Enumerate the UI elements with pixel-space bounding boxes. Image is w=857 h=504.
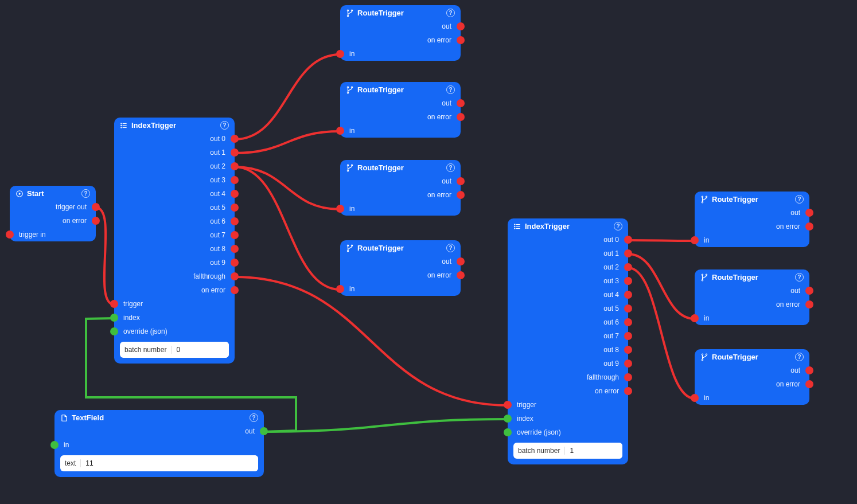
output-port[interactable] [231,217,239,225]
input-port[interactable] [336,285,344,293]
node-route7[interactable]: RouteTrigger?outon errorin [695,349,809,405]
input-port[interactable] [504,401,512,409]
output-port[interactable] [231,135,239,143]
output-port[interactable] [457,22,465,30]
output-port[interactable] [231,162,239,170]
output-port[interactable] [624,332,632,340]
output-port[interactable] [624,360,632,368]
output-port[interactable] [624,263,632,271]
help-icon[interactable]: ? [446,244,455,252]
help-icon[interactable]: ? [220,121,229,130]
help-icon[interactable]: ? [81,189,90,198]
output-port-row: out 5 [508,302,628,315]
output-port[interactable] [624,291,632,299]
input-port[interactable] [691,394,699,402]
output-port[interactable] [624,318,632,326]
node-route1[interactable]: RouteTrigger?outon errorin [340,5,461,61]
output-port[interactable] [457,177,465,185]
node-header[interactable]: RouteTrigger? [695,269,809,284]
output-port[interactable] [624,236,632,244]
output-port[interactable] [457,113,465,121]
node-route4[interactable]: RouteTrigger?outon errorin [340,240,461,296]
output-port[interactable] [624,387,632,395]
output-port[interactable] [231,149,239,157]
output-port[interactable] [457,36,465,44]
output-port[interactable] [231,245,239,253]
node-route5[interactable]: RouteTrigger?outon errorin [695,192,809,247]
output-port[interactable] [805,209,813,217]
node-header[interactable]: RouteTrigger? [340,160,461,174]
svg-point-25 [702,196,703,197]
output-port[interactable] [231,204,239,212]
node-route3[interactable]: RouteTrigger?outon errorin [340,160,461,216]
output-port[interactable] [805,380,813,388]
output-port[interactable] [805,366,813,374]
output-port[interactable] [92,217,100,225]
output-port[interactable] [231,272,239,280]
output-port-row: out 3 [508,274,628,288]
help-icon[interactable]: ? [446,163,455,172]
node-header[interactable]: TextField? [54,410,264,424]
node-index1[interactable]: IndexTrigger?out 0out 1out 2out 3out 4ou… [114,118,235,364]
output-port[interactable] [457,271,465,279]
output-port[interactable] [231,231,239,239]
help-icon[interactable]: ? [614,222,622,230]
output-port[interactable] [805,222,813,230]
input-port[interactable] [336,127,344,135]
input-port[interactable] [110,300,118,308]
output-port[interactable] [260,427,268,435]
node-route2[interactable]: RouteTrigger?outon errorin [340,82,461,138]
node-start[interactable]: Start?trigger outon errortrigger in [10,186,96,241]
help-icon[interactable]: ? [250,413,258,422]
output-port[interactable] [457,191,465,199]
input-port[interactable] [110,327,118,335]
output-port[interactable] [457,99,465,107]
node-header[interactable]: RouteTrigger? [340,240,461,255]
help-icon[interactable]: ? [795,353,804,361]
input-port[interactable] [6,230,14,239]
input-port[interactable] [504,428,512,436]
node-header[interactable]: IndexTrigger? [114,118,235,132]
help-icon[interactable]: ? [446,85,455,94]
input-port[interactable] [691,314,699,322]
node-header[interactable]: RouteTrigger? [340,82,461,96]
output-port[interactable] [624,373,632,381]
node-route6[interactable]: RouteTrigger?outon errorin [695,269,809,325]
input-port[interactable] [110,314,118,322]
output-port[interactable] [92,203,100,211]
input-port[interactable] [50,441,59,449]
node-textfield[interactable]: TextField?outintext [54,410,264,477]
output-port[interactable] [624,249,632,257]
node-header[interactable]: Start? [10,186,96,200]
input-port[interactable] [691,236,699,244]
help-icon[interactable]: ? [446,9,455,17]
node-header[interactable]: RouteTrigger? [695,192,809,206]
output-port[interactable] [624,277,632,285]
port-label: out 7 [210,231,225,239]
output-port[interactable] [624,346,632,354]
output-port-row: out [340,96,461,110]
output-port[interactable] [457,257,465,265]
input-port[interactable] [336,50,344,58]
input-port[interactable] [504,415,512,423]
output-port[interactable] [805,287,813,295]
port-label: out 3 [210,176,225,184]
port-label: out 2 [603,263,619,271]
help-icon[interactable]: ? [795,195,804,204]
node-canvas[interactable]: Start?trigger outon errortrigger inIndex… [0,0,857,504]
field-input[interactable] [81,455,258,471]
field-input[interactable] [172,342,229,358]
input-port[interactable] [336,205,344,213]
node-header[interactable]: RouteTrigger? [695,349,809,364]
field-input[interactable] [565,443,622,459]
output-port[interactable] [231,259,239,267]
node-header[interactable]: IndexTrigger? [508,218,628,233]
output-port[interactable] [624,304,632,312]
node-header[interactable]: RouteTrigger? [340,5,461,19]
output-port[interactable] [231,286,239,294]
help-icon[interactable]: ? [795,273,804,282]
output-port[interactable] [805,300,813,308]
output-port[interactable] [231,176,239,184]
node-index2[interactable]: IndexTrigger?out 0out 1out 2out 3out 4ou… [508,218,628,464]
output-port[interactable] [231,190,239,198]
